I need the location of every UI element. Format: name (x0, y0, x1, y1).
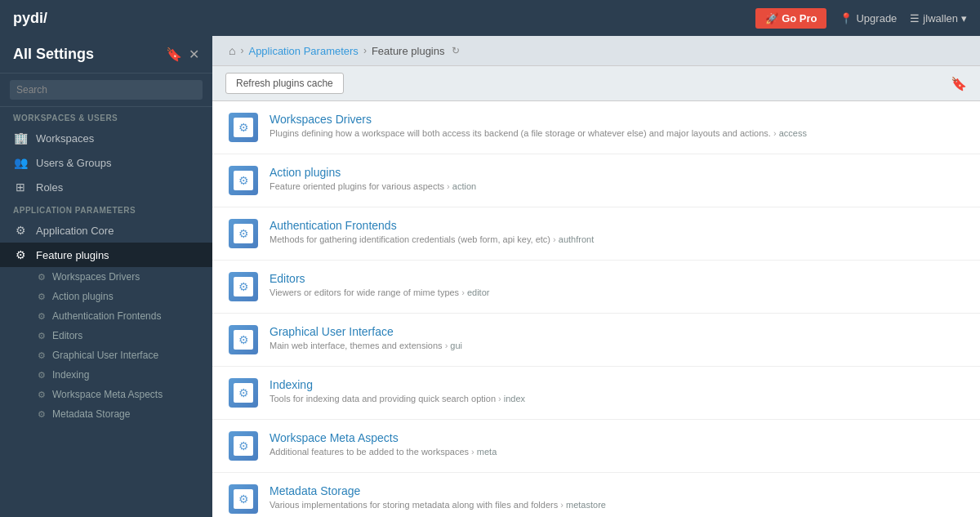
sidebar-sub-workspace-meta[interactable]: ⚙ Workspace Meta Aspects (0, 385, 212, 404)
users-groups-icon: 👥 (13, 156, 28, 169)
plugin-icon-workspace-meta: ⚙ (229, 431, 258, 461)
plugin-title-auth-frontends[interactable]: Authentication Frontends (270, 219, 964, 232)
sub-label-action-plugins: Action plugins (52, 291, 114, 302)
plugin-title-action-plugins[interactable]: Action plugins (270, 166, 964, 179)
sub-label-indexing: Indexing (52, 369, 89, 381)
breadcrumb-current: Feature plugins (372, 45, 445, 57)
sidebar-header-icons: 🔖 ✕ (166, 47, 199, 62)
plugin-item-action-plugins[interactable]: ⚙ Action plugins Feature oriented plugin… (212, 154, 980, 207)
breadcrumb: ⌂ › Application Parameters › Feature plu… (212, 36, 980, 66)
sub-gear-icon-3: ⚙ (38, 311, 46, 322)
workspaces-icon: 🏢 (13, 131, 28, 145)
menu-icon: ☰ (910, 12, 920, 25)
plugin-title-metadata-storage[interactable]: Metadata Storage (270, 484, 964, 497)
user-menu[interactable]: ☰ jlwallen ▾ (910, 12, 967, 25)
sidebar-title: All Settings (13, 46, 94, 63)
gopro-rocket-icon: 🚀 (765, 12, 778, 25)
search-input[interactable] (10, 80, 203, 100)
sub-label-gui: Graphical User Interface (52, 350, 158, 361)
sidebar-sub-gui[interactable]: ⚙ Graphical User Interface (0, 345, 212, 365)
sub-gear-icon-4: ⚙ (38, 331, 46, 341)
breadcrumb-refresh-icon[interactable]: ↻ (452, 45, 460, 56)
plugin-desc-auth-frontends: Methods for gathering identification cre… (270, 234, 964, 244)
plugin-icon-gui: ⚙ (229, 325, 258, 354)
sidebar-sub-action-plugins[interactable]: ⚙ Action plugins (0, 287, 212, 306)
sidebar-sub-editors[interactable]: ⚙ Editors (0, 326, 212, 345)
plugin-desc-editors: Viewers or editors for wide range of mim… (270, 287, 964, 297)
plugin-desc-indexing: Tools for indexing data and providing qu… (270, 394, 964, 403)
refresh-plugins-button[interactable]: Refresh plugins cache (225, 73, 344, 94)
plugin-item-workspaces-drivers[interactable]: ⚙ Workspaces Drivers Plugins defining ho… (212, 101, 980, 154)
plugin-icon-workspaces-drivers: ⚙ (229, 113, 258, 142)
section-label-workspaces-users: WORKSPACES & USERS (0, 107, 212, 126)
sub-label-workspace-meta: Workspace Meta Aspects (52, 389, 163, 400)
sub-gear-icon-8: ⚙ (38, 409, 46, 420)
plugin-icon-indexing: ⚙ (229, 378, 258, 408)
plugin-item-indexing[interactable]: ⚙ Indexing Tools for indexing data and p… (212, 367, 980, 420)
sidebar-sub-auth-frontends[interactable]: ⚙ Authentication Frontends (0, 306, 212, 326)
close-icon[interactable]: ✕ (189, 47, 199, 62)
chevron-down-icon: ▾ (961, 12, 967, 25)
content-area: ⌂ › Application Parameters › Feature plu… (212, 36, 980, 517)
sidebar-sub-indexing[interactable]: ⚙ Indexing (0, 365, 212, 385)
sub-gear-icon-7: ⚙ (38, 390, 46, 400)
plugin-item-workspace-meta[interactable]: ⚙ Workspace Meta Aspects Additional feat… (212, 420, 980, 473)
breadcrumb-sep-2: › (363, 45, 367, 56)
upgrade-pin-icon: 📍 (840, 12, 853, 25)
sidebar-item-workspaces[interactable]: 🏢 Workspaces (0, 126, 212, 150)
sub-gear-icon: ⚙ (38, 272, 46, 283)
feature-plugins-icon: ⚙ (13, 248, 28, 261)
upgrade-link[interactable]: 📍 Upgrade (840, 12, 897, 25)
gopro-button[interactable]: 🚀 Go Pro (755, 8, 826, 29)
plugin-title-gui[interactable]: Graphical User Interface (270, 325, 964, 338)
breadcrumb-home-icon[interactable]: ⌂ (229, 44, 235, 57)
sidebar-item-label-roles: Roles (36, 181, 63, 194)
sub-label-auth-frontends: Authentication Frontends (52, 310, 161, 322)
roles-icon: ⊞ (13, 181, 28, 194)
sub-label-editors: Editors (52, 330, 82, 341)
bookmark-icon[interactable]: 🔖 (166, 47, 182, 62)
plugin-title-workspace-meta[interactable]: Workspace Meta Aspects (270, 431, 964, 444)
plugin-item-gui[interactable]: ⚙ Graphical User Interface Main web inte… (212, 314, 980, 367)
sidebar-sub-metadata-storage[interactable]: ⚙ Metadata Storage (0, 404, 212, 424)
plugin-title-indexing[interactable]: Indexing (270, 378, 964, 391)
plugin-title-editors[interactable]: Editors (270, 272, 964, 285)
plugin-icon-metadata-storage: ⚙ (229, 484, 258, 514)
toolbar-bookmark-icon[interactable]: 🔖 (951, 76, 967, 91)
toolbar: Refresh plugins cache 🔖 (212, 66, 980, 101)
breadcrumb-app-params[interactable]: Application Parameters (248, 45, 358, 57)
plugin-item-editors[interactable]: ⚙ Editors Viewers or editors for wide ra… (212, 261, 980, 314)
plugin-desc-workspace-meta: Additional features to be added to the w… (270, 447, 964, 457)
sub-gear-icon-5: ⚙ (38, 350, 46, 361)
sub-label-metadata-storage: Metadata Storage (52, 408, 130, 420)
sidebar-item-label-feature-plugins: Feature plugins (36, 249, 109, 261)
sub-gear-icon-2: ⚙ (38, 292, 46, 302)
sidebar-header: All Settings 🔖 ✕ (0, 36, 212, 74)
sub-gear-icon-6: ⚙ (38, 370, 46, 381)
sidebar-search-container (0, 74, 212, 107)
sidebar-item-feature-plugins[interactable]: ⚙ Feature plugins (0, 243, 212, 267)
plugin-icon-editors: ⚙ (229, 272, 258, 301)
sub-label-workspaces-drivers: Workspaces Drivers (52, 271, 140, 283)
sidebar-item-users-groups[interactable]: 👥 Users & Groups (0, 150, 212, 175)
brand-logo: pydi/ (13, 10, 47, 27)
sidebar-item-app-core[interactable]: ⚙ Application Core (0, 218, 212, 243)
plugin-icon-action-plugins: ⚙ (229, 166, 258, 195)
plugin-desc-workspaces-drivers: Plugins defining how a workspace will bo… (270, 128, 964, 138)
sidebar-item-roles[interactable]: ⊞ Roles (0, 175, 212, 199)
sidebar: All Settings 🔖 ✕ WORKSPACES & USERS 🏢 Wo… (0, 36, 212, 517)
plugin-title-workspaces-drivers[interactable]: Workspaces Drivers (270, 113, 964, 126)
plugin-list: ⚙ Workspaces Drivers Plugins defining ho… (212, 101, 980, 517)
plugin-icon-auth-frontends: ⚙ (229, 219, 258, 248)
plugin-item-auth-frontends[interactable]: ⚙ Authentication Frontends Methods for g… (212, 207, 980, 261)
sidebar-item-label-users-groups: Users & Groups (36, 157, 111, 169)
brand-text: pydi/ (13, 10, 47, 27)
main-layout: All Settings 🔖 ✕ WORKSPACES & USERS 🏢 Wo… (0, 36, 980, 517)
navbar-right: 🚀 Go Pro 📍 Upgrade ☰ jlwallen ▾ (755, 8, 967, 29)
navbar: pydi/ 🚀 Go Pro 📍 Upgrade ☰ jlwallen ▾ (0, 0, 980, 36)
app-core-icon: ⚙ (13, 224, 28, 237)
plugin-desc-action-plugins: Feature oriented plugins for various asp… (270, 181, 964, 191)
plugin-item-metadata-storage[interactable]: ⚙ Metadata Storage Various implementatio… (212, 473, 980, 517)
sidebar-sub-workspaces-drivers[interactable]: ⚙ Workspaces Drivers (0, 267, 212, 287)
breadcrumb-sep-1: › (240, 45, 243, 56)
